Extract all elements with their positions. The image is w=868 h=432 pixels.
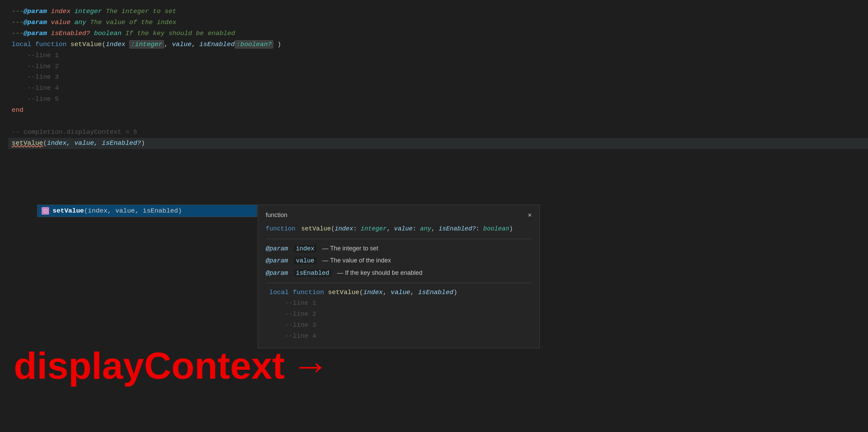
sig-p2-type: any: [420, 225, 431, 232]
completion-type-icon: ⬡: [42, 207, 49, 215]
code-line-5: --line 1: [8, 50, 868, 61]
code-line-9: --line 5: [8, 94, 868, 105]
doc-panel: function × function setValue(index: inte…: [258, 205, 540, 348]
sig-comma2: ,: [431, 225, 439, 232]
param-name-2: value: [294, 257, 317, 264]
doc-param-isEnabled: @param isEnabled — If the key should be …: [266, 268, 532, 279]
doc-code-section: local function setValue(index, value, is…: [266, 287, 532, 342]
code-line-active: setValue(index, value, isEnabled?): [8, 138, 868, 149]
doc-param-value: @param value — The value of the index: [266, 255, 532, 266]
code-line-6: --line 2: [8, 61, 868, 72]
sig-function-kw: function: [266, 225, 295, 232]
code-line-3: ---@param isEnabled? boolean If the key …: [8, 28, 868, 39]
code-line-blank: [8, 116, 868, 127]
sig-p1-colon: :: [353, 225, 361, 232]
completion-item[interactable]: ⬡ setValue(index, value, isEnabled): [37, 205, 257, 217]
sig-p1-type: integer: [361, 225, 387, 232]
code-line-7: --line 3: [8, 72, 868, 83]
doc-close-button[interactable]: ×: [528, 211, 532, 219]
sig-p3-colon: :: [476, 225, 483, 232]
completion-dropdown[interactable]: ⬡ setValue(index, value, isEnabled): [37, 205, 257, 217]
code-line-4: local function setValue(index :integer, …: [8, 39, 868, 50]
param-tag-1: @param: [266, 245, 288, 252]
doc-divider-1: [266, 239, 532, 239]
completion-rest: (index, value, isEnabled): [84, 207, 182, 215]
code-line-10: end: [8, 105, 868, 116]
doc-code-line-2: --line 1: [266, 298, 532, 309]
param-name-3: isEnabled: [294, 269, 331, 277]
completion-label: setValue(index, value, isEnabled): [53, 207, 182, 215]
sig-p1-name: index: [334, 225, 353, 232]
code-line-12: -- completion.displayContext = 5: [8, 127, 868, 138]
sig-p3-name: isEnabled?: [439, 225, 476, 232]
sig-fn-name: setValue: [301, 225, 331, 232]
sig-comma1: ,: [387, 225, 394, 232]
param-tag-2: @param: [266, 257, 288, 264]
completion-bold-part: setValue: [53, 207, 84, 215]
doc-panel-title: function: [266, 212, 287, 219]
doc-code-line-1: local function setValue(index, value, is…: [266, 287, 532, 298]
doc-panel-header: function ×: [266, 211, 532, 219]
doc-code-line-4: --line 3: [266, 320, 532, 331]
sig-p2-name: value: [394, 225, 413, 232]
param-tag-3: @param: [266, 270, 288, 277]
annotation-arrow: →: [292, 344, 329, 387]
doc-code-line-3: --line 2: [266, 309, 532, 320]
sig-close-paren: ): [509, 225, 513, 232]
code-line-2: ---@param value any The value of the ind…: [8, 17, 868, 28]
param-desc-1: — The integer to set: [322, 245, 378, 252]
sig-p3-type: boolean: [483, 225, 509, 232]
sig-p2-colon: :: [413, 225, 420, 232]
doc-param-index: @param index — The integer to set: [266, 243, 532, 254]
doc-divider-2: [266, 283, 532, 283]
code-line-1: ---@param index integer The integer to s…: [8, 6, 868, 17]
annotation-text: displayContext: [14, 344, 285, 387]
code-line-8: --line 4: [8, 83, 868, 94]
param-desc-2: — The value of the index: [322, 257, 391, 264]
param-desc-3: — If the key should be enabled: [337, 269, 422, 276]
doc-code-line-5: --line 4: [266, 331, 532, 342]
doc-signature: function setValue(index: integer, value:…: [266, 224, 532, 234]
param-name-1: index: [294, 245, 317, 252]
sig-open-paren: (: [331, 225, 335, 232]
big-annotation: displayContext →: [14, 344, 329, 387]
